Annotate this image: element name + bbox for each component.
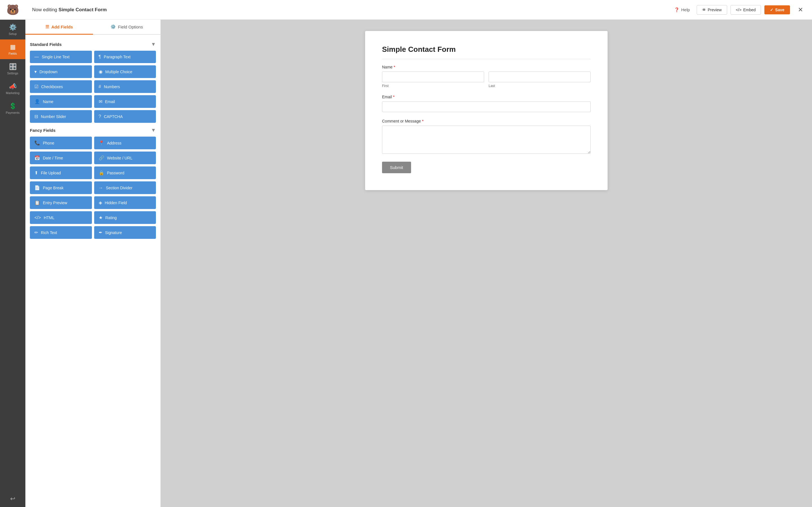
hidden-field-label: Hidden Field bbox=[105, 201, 127, 205]
website-url-icon: 🔗 bbox=[99, 155, 104, 161]
page-break-label: Page Break bbox=[43, 186, 63, 190]
fancy-fields-grid: 📞 Phone 📍 Address 📅 Date / Time 🔗 Websit… bbox=[30, 136, 156, 239]
field-btn-email[interactable]: ✉ Email bbox=[94, 95, 156, 108]
sidebar-item-marketing[interactable]: 📣 Marketing bbox=[0, 79, 26, 99]
first-name-input[interactable] bbox=[382, 71, 484, 82]
address-label: Address bbox=[107, 141, 121, 145]
email-field-label: Email * bbox=[382, 95, 591, 99]
settings-label: Settings bbox=[7, 71, 18, 75]
sidebar-nav: 🐻 ⚙️ Setup ▦ Fields 🎛️ Settings 📣 Market… bbox=[0, 0, 26, 507]
field-btn-numbers[interactable]: # Numbers bbox=[94, 80, 156, 93]
fancy-fields-title: Fancy Fields bbox=[30, 128, 56, 133]
tab-add-fields[interactable]: ☰ Add Fields bbox=[26, 20, 93, 35]
phone-label: Phone bbox=[43, 141, 54, 145]
field-btn-captcha[interactable]: ? CAPTCHA bbox=[94, 110, 156, 123]
field-btn-rich-text[interactable]: ✏ Rich Text bbox=[30, 226, 92, 239]
marketing-icon: 📣 bbox=[9, 83, 17, 90]
save-button[interactable]: ✓ Save bbox=[764, 5, 790, 14]
help-label: Help bbox=[681, 7, 690, 12]
fields-icon: ▦ bbox=[10, 43, 16, 51]
payments-label: Payments bbox=[6, 111, 20, 114]
fancy-fields-toggle[interactable]: ▼ bbox=[151, 127, 156, 133]
checkboxes-label: Checkboxes bbox=[41, 84, 63, 89]
bear-icon: 🐻 bbox=[6, 4, 19, 16]
sidebar-item-fields[interactable]: ▦ Fields bbox=[0, 40, 26, 59]
field-btn-phone[interactable]: 📞 Phone bbox=[30, 136, 92, 149]
preview-area: Simple Contact Form Name * First bbox=[161, 20, 812, 507]
checkboxes-icon: ☑ bbox=[35, 84, 38, 89]
fields-scroll: Standard Fields ▼ — Single Line Text ¶ P… bbox=[26, 35, 160, 507]
setup-icon: ⚙️ bbox=[9, 24, 17, 31]
comment-textarea[interactable] bbox=[382, 126, 591, 154]
standard-fields-grid: — Single Line Text ¶ Paragraph Text ▾ Dr… bbox=[30, 51, 156, 123]
rich-text-icon: ✏ bbox=[35, 230, 38, 235]
sidebar-item-payments[interactable]: 💲 Payments bbox=[0, 99, 26, 118]
field-btn-date-time[interactable]: 📅 Date / Time bbox=[30, 152, 92, 164]
standard-fields-toggle[interactable]: ▼ bbox=[151, 41, 156, 47]
password-icon: 🔒 bbox=[99, 170, 104, 175]
comment-required-star: * bbox=[422, 119, 423, 123]
html-icon: </> bbox=[35, 215, 41, 220]
field-btn-single-line-text[interactable]: — Single Line Text bbox=[30, 51, 92, 63]
field-btn-number-slider[interactable]: ⊟ Number Slider bbox=[30, 110, 92, 123]
field-btn-hidden-field[interactable]: ◈ Hidden Field bbox=[94, 196, 156, 209]
preview-button[interactable]: 👁 Preview bbox=[697, 5, 727, 15]
last-name-input[interactable] bbox=[489, 71, 591, 82]
field-btn-website-url[interactable]: 🔗 Website / URL bbox=[94, 152, 156, 164]
help-button[interactable]: ❓ Help bbox=[671, 5, 693, 15]
submit-button[interactable]: Submit bbox=[382, 162, 411, 173]
sidebar-item-settings[interactable]: 🎛️ Settings bbox=[0, 59, 26, 79]
rating-label: Rating bbox=[105, 216, 117, 220]
field-options-icon: ⚙️ bbox=[110, 24, 116, 29]
field-btn-rating[interactable]: ★ Rating bbox=[94, 211, 156, 224]
hidden-field-icon: ◈ bbox=[99, 200, 102, 205]
number-slider-icon: ⊟ bbox=[35, 114, 38, 119]
name-field-label: Name bbox=[43, 100, 53, 104]
last-name-group: Last bbox=[489, 71, 591, 88]
field-btn-html[interactable]: </> HTML bbox=[30, 211, 92, 224]
form-name: Simple Contact Form bbox=[59, 7, 107, 12]
preview-label: Preview bbox=[708, 8, 722, 12]
sidebar-item-setup[interactable]: ⚙️ Setup bbox=[0, 20, 26, 40]
close-button[interactable]: ✕ bbox=[796, 5, 805, 15]
numbers-icon: # bbox=[99, 84, 101, 89]
field-btn-password[interactable]: 🔒 Password bbox=[94, 166, 156, 179]
field-btn-dropdown[interactable]: ▾ Dropdown bbox=[30, 65, 92, 78]
field-btn-entry-preview[interactable]: 📋 Entry Preview bbox=[30, 196, 92, 209]
field-btn-signature[interactable]: ✒ Signature bbox=[94, 226, 156, 239]
add-fields-label: Add Fields bbox=[51, 24, 73, 29]
name-inputs: First Last bbox=[382, 71, 591, 88]
date-time-icon: 📅 bbox=[35, 155, 40, 161]
standard-fields-header: Standard Fields ▼ bbox=[30, 41, 156, 47]
fields-label: Fields bbox=[8, 52, 17, 55]
html-label: HTML bbox=[44, 216, 54, 220]
captcha-icon: ? bbox=[99, 114, 101, 119]
section-divider-icon: → bbox=[99, 185, 103, 190]
entry-preview-icon: 📋 bbox=[35, 200, 40, 205]
field-btn-page-break[interactable]: 📄 Page Break bbox=[30, 181, 92, 194]
fancy-fields-header: Fancy Fields ▼ bbox=[30, 127, 156, 133]
number-slider-label: Number Slider bbox=[41, 114, 66, 119]
email-label: Email bbox=[105, 100, 115, 104]
embed-button[interactable]: </> Embed bbox=[730, 5, 761, 15]
undo-button[interactable]: ↩ bbox=[0, 491, 26, 507]
tab-field-options[interactable]: ⚙️ Field Options bbox=[93, 20, 161, 35]
captcha-label: CAPTCHA bbox=[104, 114, 123, 119]
field-btn-file-upload[interactable]: ⬆ File Upload bbox=[30, 166, 92, 179]
dropdown-label: Dropdown bbox=[40, 69, 57, 74]
email-input[interactable] bbox=[382, 101, 591, 112]
field-btn-multiple-choice[interactable]: ◉ Multiple Choice bbox=[94, 65, 156, 78]
section-divider-label: Section Divider bbox=[106, 186, 133, 190]
page-break-icon: 📄 bbox=[35, 185, 40, 190]
field-btn-section-divider[interactable]: → Section Divider bbox=[94, 181, 156, 194]
field-btn-paragraph-text[interactable]: ¶ Paragraph Text bbox=[94, 51, 156, 63]
field-btn-checkboxes[interactable]: ☑ Checkboxes bbox=[30, 80, 92, 93]
embed-label: Embed bbox=[743, 8, 756, 12]
paragraph-text-icon: ¶ bbox=[99, 54, 101, 59]
topbar: Now editing Simple Contact Form ❓ Help 👁… bbox=[26, 0, 812, 20]
field-btn-address[interactable]: 📍 Address bbox=[94, 136, 156, 149]
first-name-group: First bbox=[382, 71, 484, 88]
topbar-title: Now editing Simple Contact Form bbox=[32, 7, 671, 13]
standard-fields-title: Standard Fields bbox=[30, 42, 62, 47]
field-btn-name[interactable]: 👤 Name bbox=[30, 95, 92, 108]
